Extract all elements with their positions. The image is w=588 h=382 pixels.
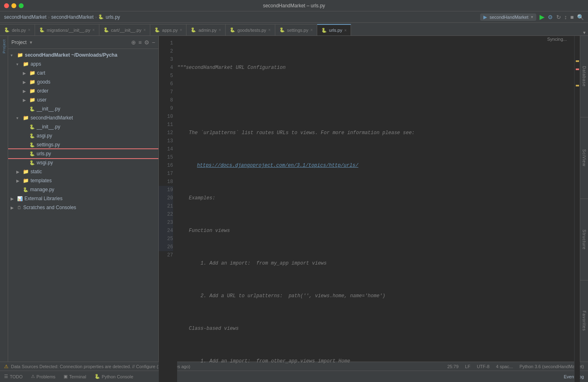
scroll-marker-2 [576, 68, 579, 70]
minimize-button[interactable] [11, 3, 16, 8]
database-strip[interactable]: Database [580, 36, 588, 117]
file-label: asgi.py [37, 133, 52, 139]
left-panel-strip: Project [0, 36, 8, 362]
root-label: secondHandMarket ~/Downloads/Pycha [25, 52, 117, 58]
code-line-1: """secondHandMarket URL Configuration [177, 64, 571, 72]
scroll-marker-3 [576, 85, 579, 86]
terminal-icon: ▣ [64, 374, 68, 379]
tree-apps[interactable]: ▾ 📁 apps [8, 60, 158, 68]
warning-icon: ⚠ [4, 364, 9, 369]
tree-goods[interactable]: ▶ 📁 goods [8, 77, 158, 86]
tab-urls[interactable]: 🐍 urls.py × [317, 24, 351, 35]
run-config-label: secondHandMarket [489, 15, 528, 20]
breadcrumb-file[interactable]: 🐍 urls.py [98, 14, 120, 20]
build-icon[interactable]: ⚙ [548, 14, 553, 20]
folder-icon: 📁 [29, 97, 35, 103]
file-label: wsgi.py [37, 160, 53, 166]
tree-scratches[interactable]: ▶ 🗒 Scratches and Consoles [8, 203, 158, 212]
window-controls[interactable] [4, 3, 24, 8]
tab-goods-tests[interactable]: 🐍 goods/tests.py × [226, 24, 275, 35]
tab-icon: 🐍 [39, 27, 45, 33]
database-label: Database [582, 66, 586, 87]
tree-external-libs[interactable]: ▶ 📊 External Libraries [8, 194, 158, 203]
py-icon: 🐍 [29, 160, 35, 166]
project-strip-label[interactable]: Project [2, 39, 6, 53]
problems-icon: ⚠ [31, 374, 35, 379]
run-button[interactable]: ▶ [540, 13, 544, 21]
tabs-overflow[interactable]: ▾ [581, 30, 588, 35]
tab-close[interactable]: × [219, 28, 221, 32]
scrollbar[interactable] [574, 36, 580, 382]
tree-wsgi[interactable]: ▶ 🐍 wsgi.py [8, 158, 158, 167]
favorites-strip[interactable]: Favorites [580, 280, 588, 362]
breadcrumb-project[interactable]: secondHandMarket [4, 14, 46, 20]
tab-settings[interactable]: 🐍 settings.py × [275, 24, 317, 35]
terminal-button[interactable]: ▣ Terminal [64, 374, 86, 379]
settings-icon[interactable]: ⚙ [144, 39, 149, 46]
tab-close-urls[interactable]: × [344, 28, 347, 33]
tab-label: apps.py [162, 28, 178, 33]
python-console-button[interactable]: 🐍 Python Console [94, 374, 134, 379]
arrow-icon: ▶ [16, 179, 21, 183]
scratches-icon: 🗒 [17, 205, 22, 210]
folder-label: goods [37, 79, 50, 85]
git-icon[interactable]: ↕ [564, 14, 567, 20]
minimize-panel-icon[interactable]: − [152, 39, 155, 46]
sync-status: Syncing... [546, 36, 568, 42]
tab-admin[interactable]: 🐍 admin.py × [186, 24, 225, 35]
close-button[interactable] [4, 3, 9, 8]
tree-user[interactable]: ▶ 📁 user [8, 95, 158, 104]
tree-secondhandmarket[interactable]: ▾ 📁 secondHandMarket [8, 113, 158, 122]
sync-icon[interactable]: ↻ [556, 14, 561, 20]
tab-icon: 🐍 [4, 27, 10, 33]
breadcrumb-module[interactable]: secondHandMarket [51, 14, 94, 20]
tree-order[interactable]: ▶ 📁 order [8, 86, 158, 95]
folder-label: Scratches and Consoles [23, 205, 76, 210]
code-editor[interactable]: 1 2 3 4 5 6 7 8 9 10 11 12 13 14 15 16 1 [159, 36, 580, 362]
tab-close[interactable]: × [92, 28, 95, 32]
project-dropdown-icon[interactable]: ▾ [30, 40, 32, 45]
problems-button[interactable]: ⚠ Problems [31, 374, 55, 379]
py-icon: 🐍 [29, 142, 35, 148]
code-line-2 [177, 96, 571, 104]
code-content: 1 2 3 4 5 6 7 8 9 10 11 12 13 14 15 16 1 [159, 36, 574, 382]
tab-apps[interactable]: 🐍 apps.py × [150, 24, 186, 35]
tree-asgi[interactable]: ▶ 🐍 asgi.py [8, 131, 158, 140]
tab-dels[interactable]: 🐍 dels.py × [0, 24, 35, 35]
tree-settings[interactable]: ▶ 🐍 settings.py [8, 140, 158, 149]
line-numbers: 1 2 3 4 5 6 7 8 9 10 11 12 13 14 15 16 1 [159, 36, 177, 382]
folder-icon: 📁 [29, 70, 35, 76]
tree-urls[interactable]: ▶ 🐍 urls.py [8, 149, 158, 158]
code-text[interactable]: """secondHandMarket URL Configuration Th… [177, 36, 574, 382]
folder-icon: 📁 [23, 169, 29, 174]
tree-init[interactable]: ▶ 🐍 __init__.py [8, 122, 158, 131]
tab-close[interactable]: × [180, 28, 182, 32]
folder-label: cart [37, 70, 45, 76]
tab-cart-init[interactable]: 🐍 cart/__init__.py × [99, 24, 150, 35]
sciview-strip[interactable]: SciView [580, 117, 588, 199]
tree-apps-init[interactable]: ▶ 🐍 __init__.py [8, 104, 158, 113]
tab-close[interactable]: × [268, 28, 271, 32]
stop-icon[interactable]: ■ [570, 14, 574, 20]
locate-icon[interactable]: ⊕ [131, 39, 136, 46]
tree-root[interactable]: ▾ 📁 secondHandMarket ~/Downloads/Pycha [8, 51, 158, 60]
code-line-5: Examples: [177, 194, 571, 202]
py-icon: 🐍 [29, 151, 35, 157]
maximize-button[interactable] [19, 3, 24, 8]
tree-static[interactable]: ▶ 📁 static [8, 167, 158, 176]
tab-close-dels[interactable]: × [28, 28, 31, 32]
search-icon[interactable]: 🔍 [577, 14, 584, 20]
folder-label: templates [31, 178, 52, 183]
collapse-icon[interactable]: ≡ [138, 39, 142, 46]
run-config[interactable]: ▶ secondHandMarket ▾ [480, 13, 536, 21]
tab-migrations-init[interactable]: 🐍 migrations/__init__.py × [35, 24, 99, 35]
tree-templates[interactable]: ▶ 📁 templates [8, 176, 158, 185]
tab-close[interactable]: × [310, 28, 313, 32]
tab-close[interactable]: × [143, 28, 146, 32]
tree-cart[interactable]: ▶ 📁 cart [8, 68, 158, 77]
todo-button[interactable]: ☰ TODO [4, 374, 23, 379]
structure-label: Structure [582, 230, 586, 250]
tree-manage[interactable]: ▶ 🐍 manage.py [8, 185, 158, 194]
todo-icon: ☰ [4, 374, 8, 379]
structure-strip[interactable]: Structure [580, 199, 588, 280]
